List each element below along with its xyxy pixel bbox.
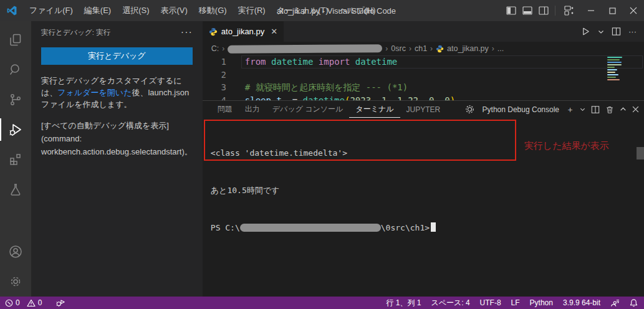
- terminal-instance-label[interactable]: Python Debug Console: [483, 105, 559, 114]
- breadcrumb-separator: ›: [385, 44, 388, 53]
- prompt-suffix: \0src\ch1>: [381, 223, 430, 232]
- run-and-debug-button[interactable]: 実行とデバッグ: [41, 47, 193, 65]
- indentation[interactable]: スペース: 4: [431, 298, 469, 308]
- code-lines: 1from datetime import datetime23# 就寝時間と起…: [203, 55, 644, 100]
- code-text: # 就寝時間と起床時刻を指定 --- (*1): [226, 81, 408, 94]
- close-panel-icon[interactable]: [632, 106, 639, 113]
- panel-tab[interactable]: JUPYTER: [400, 101, 447, 118]
- terminal-cursor: [431, 222, 436, 232]
- python-interpreter[interactable]: 3.9.9 64-bit: [563, 298, 600, 307]
- code-editor[interactable]: 1from datetime import datetime23# 就寝時間と起…: [203, 55, 644, 100]
- minimize-icon[interactable]: [580, 0, 602, 21]
- breadcrumb-dir[interactable]: 0src: [391, 44, 406, 53]
- line-number: 1: [203, 55, 226, 69]
- language-mode[interactable]: Python: [530, 298, 553, 307]
- sidebar-more-actions-icon[interactable]: ···: [181, 27, 193, 38]
- feedback-icon[interactable]: [610, 299, 620, 307]
- vscode-window: ファイル(F)編集(E)選択(S)表示(V)移動(G)実行(R)ターミナル(T)…: [0, 0, 644, 309]
- code-text: [226, 69, 245, 82]
- python-file-icon: [209, 27, 218, 36]
- cursor-position[interactable]: 行 1、列 1: [386, 298, 421, 308]
- run-dropdown-chevron-icon[interactable]: [598, 29, 604, 35]
- sidebar-title: 実行とデバッグ: 実行: [41, 28, 110, 37]
- run-and-debug-icon[interactable]: [0, 115, 31, 145]
- code-text: sleep_t = datetime(2023, 1, 1,22, 0, 0): [226, 94, 455, 101]
- activity-bar: [0, 21, 31, 297]
- debug-status-icon[interactable]: [55, 298, 65, 307]
- breadcrumb-dir[interactable]: ch1: [415, 44, 427, 53]
- terminal-dropdown-chevron-icon[interactable]: [580, 107, 585, 112]
- toggle-secondary-sidebar-icon[interactable]: [539, 6, 549, 16]
- terminal-line: あと10.5時間です: [211, 184, 644, 197]
- menu-item[interactable]: 編集(E): [79, 0, 117, 21]
- breadcrumb-file[interactable]: ato_jikan.py: [447, 44, 489, 53]
- run-debug-sidebar: 実行とデバッグ: 実行 ··· 実行とデバッグ 実行とデバッグをカスタマイズする…: [31, 21, 203, 297]
- errors-count[interactable]: 0: [16, 298, 20, 307]
- split-editor-icon[interactable]: [612, 27, 621, 36]
- panel-tab[interactable]: ターミナル: [349, 101, 400, 118]
- python-file-icon: [436, 45, 444, 53]
- code-line[interactable]: 4sleep_t = datetime(2023, 1, 1,22, 0, 0): [203, 94, 644, 101]
- show-all-configs-text[interactable]: [すべての自動デバッグ構成を表示] (command: workbench.ac…: [31, 110, 203, 158]
- vscode-logo-icon: [0, 5, 24, 16]
- warnings-count[interactable]: 0: [38, 298, 42, 307]
- line-number: 3: [203, 81, 226, 94]
- code-line[interactable]: 3# 就寝時間と起床時刻を指定 --- (*1): [203, 81, 644, 94]
- panel-tab[interactable]: デバッグ コンソール: [266, 101, 350, 118]
- editor-group: ato_jikan.py ✕ ··· C: › › 0src › ch1 ›: [203, 21, 644, 297]
- panel-tab[interactable]: 出力: [239, 101, 266, 118]
- account-icon[interactable]: [0, 237, 31, 267]
- breadcrumb-drive[interactable]: C:: [211, 44, 219, 53]
- testing-icon[interactable]: [0, 174, 31, 204]
- notifications-bell-icon[interactable]: [630, 298, 638, 307]
- redacted-path-scribble: [240, 224, 381, 232]
- run-python-file-icon[interactable]: [581, 27, 590, 36]
- panel-tab[interactable]: 問題: [211, 101, 239, 118]
- maximize-icon[interactable]: [602, 0, 623, 21]
- editor-tab-bar: ato_jikan.py ✕ ···: [203, 21, 644, 42]
- tab-close-icon[interactable]: ✕: [271, 27, 277, 36]
- customize-layout-icon[interactable]: [558, 6, 580, 16]
- maximize-panel-chevron-icon[interactable]: [620, 106, 627, 113]
- encoding[interactable]: UTF-8: [480, 298, 501, 307]
- sidebar-hint-text: 実行とデバッグをカスタマイズするには、フォルダーを開いた後、launch.jso…: [31, 67, 203, 110]
- minimap[interactable]: [607, 57, 624, 80]
- window-title: ato_jikan.py - Visual Studio Code: [277, 6, 396, 16]
- editor-more-actions-icon[interactable]: ···: [628, 27, 637, 36]
- breadcrumb-separator: ›: [222, 44, 224, 53]
- redacted-path-scribble: [228, 44, 382, 54]
- kill-terminal-trash-icon[interactable]: [605, 105, 614, 114]
- breadcrumb-symbol-more[interactable]: ...: [497, 44, 504, 53]
- extensions-icon[interactable]: [0, 145, 31, 174]
- menu-item[interactable]: 選択(S): [117, 0, 155, 21]
- tab-ato-jikan[interactable]: ato_jikan.py ✕: [203, 21, 284, 42]
- open-folder-link[interactable]: フォルダーを開いた: [57, 88, 132, 97]
- menu-item[interactable]: ファイル(F): [24, 0, 79, 21]
- breadcrumb-separator: ›: [430, 44, 433, 53]
- title-bar: ファイル(F)編集(E)選択(S)表示(V)移動(G)実行(R)ターミナル(T)…: [0, 0, 644, 21]
- debug-console-gear-icon: [465, 105, 474, 114]
- new-terminal-icon[interactable]: ＋: [566, 104, 574, 115]
- terminal-prompt-line: PS C:\\0src\ch1>: [211, 222, 644, 234]
- toggle-sidebar-icon[interactable]: [506, 6, 516, 16]
- code-line[interactable]: 2: [203, 69, 644, 82]
- menu-item[interactable]: 実行(R): [233, 0, 271, 21]
- code-line[interactable]: 1from datetime import datetime: [203, 55, 644, 69]
- bottom-panel: 問題出力デバッグ コンソールターミナルJUPYTER Python Debug …: [203, 100, 644, 297]
- menu-item[interactable]: 表示(V): [155, 0, 193, 21]
- search-icon[interactable]: [0, 55, 31, 85]
- explorer-icon[interactable]: [0, 25, 31, 55]
- close-window-icon[interactable]: [623, 0, 644, 21]
- toggle-panel-icon[interactable]: [522, 6, 532, 16]
- terminal-output[interactable]: <class 'datetime.timedelta'> あと10.5時間です …: [203, 118, 644, 297]
- terminal-scrollbar[interactable]: [637, 147, 644, 159]
- settings-gear-icon[interactable]: [0, 267, 31, 297]
- eol-sequence[interactable]: LF: [511, 298, 520, 307]
- breadcrumb-separator: ›: [492, 44, 494, 53]
- errors-icon[interactable]: [5, 299, 13, 307]
- breadcrumb[interactable]: C: › › 0src › ch1 › ato_jikan.py › ...: [203, 42, 644, 55]
- split-terminal-icon[interactable]: [591, 105, 600, 114]
- menu-item[interactable]: 移動(G): [193, 0, 233, 21]
- source-control-icon[interactable]: [0, 85, 31, 115]
- warnings-icon[interactable]: [27, 299, 36, 307]
